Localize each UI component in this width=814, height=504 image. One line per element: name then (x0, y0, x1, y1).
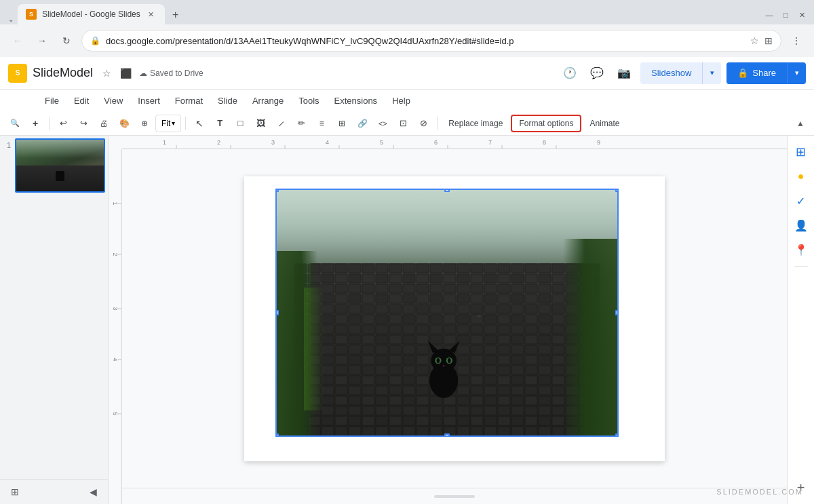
share-button[interactable]: 🔒 Share (726, 62, 787, 84)
saved-status: ☁ Saved to Drive (139, 69, 204, 78)
screen: ⌄ S SlideModel - Google Slides ✕ + — □ ✕… (0, 0, 814, 504)
tab-bar-right: — □ ✕ (762, 8, 809, 24)
canvas-area: 1 2 3 4 5 6 7 (109, 136, 787, 504)
logo-letter: S (16, 69, 20, 77)
grid-view-button[interactable]: ⊞ (5, 482, 24, 501)
undo-button[interactable]: ↩ (54, 114, 73, 133)
browser-more-button[interactable]: ⋮ (787, 31, 806, 50)
mask-tool[interactable]: ⊘ (414, 114, 433, 133)
forward-button[interactable]: → (33, 31, 52, 50)
svg-text:8: 8 (543, 139, 546, 146)
replace-image-button[interactable]: Replace image (442, 115, 509, 132)
image-tool[interactable]: 🖼 (251, 114, 270, 133)
share-dropdown-button[interactable]: ▾ (787, 62, 806, 84)
animate-button[interactable]: Animate (583, 115, 626, 132)
slideshow-button[interactable]: Slideshow (640, 62, 702, 84)
redo-button[interactable]: ↪ (74, 114, 93, 133)
new-tab-button[interactable]: + (166, 5, 185, 24)
maps-icon[interactable]: 📍 (790, 239, 812, 260)
zoom-plus-button[interactable]: + (26, 114, 45, 133)
keep-icon[interactable]: ● (790, 166, 812, 187)
image-selection[interactable] (275, 189, 619, 437)
url-bar[interactable]: 🔒 docs.google.com/presentation/d/13AAei1… (81, 30, 781, 52)
shape-tool[interactable]: □ (231, 114, 250, 133)
handle-br[interactable] (615, 433, 617, 435)
handle-bc[interactable] (444, 433, 450, 435)
menu-edit[interactable]: Edit (67, 92, 96, 109)
ruler-corner (109, 136, 122, 149)
tab-title: SlideModel - Google Slides (42, 9, 140, 19)
slideshow-dropdown-button[interactable]: ▾ (702, 62, 721, 84)
zoom-button[interactable]: ⊕ (135, 114, 154, 133)
handle-tr[interactable] (615, 190, 617, 192)
slide-1-thumbnail[interactable] (15, 138, 105, 193)
ruler-h-svg: 1 2 3 4 5 6 7 (122, 136, 787, 149)
window-close-button[interactable]: ✕ (795, 8, 809, 22)
menu-view[interactable]: View (97, 92, 130, 109)
slide-1-number: 1 (3, 138, 11, 193)
menu-extensions[interactable]: Extensions (328, 92, 385, 109)
back-button[interactable]: ← (8, 31, 27, 50)
tab-close-button[interactable]: ✕ (146, 9, 157, 20)
crop-tool[interactable]: ⊡ (393, 114, 412, 133)
text-tool[interactable]: T (210, 114, 229, 133)
paintformat-button[interactable]: 🎨 (115, 114, 134, 133)
contacts-icon[interactable]: 👤 (790, 214, 812, 236)
svg-text:3: 3 (271, 139, 275, 146)
handle-mr[interactable] (615, 310, 617, 315)
app-topbar: S SlideModel ☆ ⬛ ☁ Saved to Drive 🕐 💬 📷 … (0, 57, 814, 90)
menu-arrange[interactable]: Arrange (246, 92, 290, 109)
menu-format[interactable]: Format (168, 92, 210, 109)
reload-button[interactable]: ↻ (57, 31, 76, 50)
pencil-tool[interactable]: ✏ (292, 114, 311, 133)
zoom-selector[interactable]: Fit ▾ (155, 115, 181, 132)
print-button[interactable]: 🖨 (94, 114, 113, 133)
scroll-indicator (434, 495, 475, 498)
embed-tool[interactable]: <> (373, 114, 392, 133)
link-tool[interactable]: 🔗 (353, 114, 372, 133)
zoom-dropdown-icon: ▾ (172, 119, 175, 127)
panel-collapse-button[interactable]: ◀ (83, 482, 102, 501)
format-options-button[interactable]: Format options (511, 115, 581, 132)
bookmark-icon: ☆ (750, 35, 759, 46)
handle-tl[interactable] (277, 190, 279, 192)
tab-favicon: S (26, 9, 37, 20)
history-button[interactable]: 🕐 (559, 62, 581, 84)
handle-ml[interactable] (277, 310, 279, 315)
handle-bl[interactable] (277, 433, 279, 435)
menu-help[interactable]: Help (385, 92, 417, 109)
active-tab[interactable]: S SlideModel - Google Slides ✕ (18, 4, 165, 24)
svg-text:2: 2 (217, 139, 220, 146)
menu-tools[interactable]: Tools (292, 92, 326, 109)
slide-1-wrapper[interactable]: 1 (0, 136, 108, 195)
slides-panel-footer: ⊞ ◀ (0, 479, 108, 504)
watermark: SLIDEMODEL.COM (716, 488, 803, 496)
menu-slide[interactable]: Slide (211, 92, 244, 109)
camera-button[interactable]: 📷 (613, 62, 635, 84)
handle-tc[interactable] (444, 190, 450, 192)
comments-button[interactable]: 💬 (586, 62, 608, 84)
zoom-fit-button[interactable]: 🔍 (5, 114, 24, 133)
app-area: S SlideModel ☆ ⬛ ☁ Saved to Drive 🕐 💬 📷 … (0, 57, 814, 504)
drive-save-button[interactable]: ⬛ (117, 65, 134, 81)
star-button[interactable]: ☆ (98, 65, 115, 81)
window-maximize-button[interactable]: □ (779, 8, 792, 22)
slide-page[interactable] (244, 176, 665, 461)
tasks-icon[interactable]: ✓ (790, 190, 812, 212)
toolbar-collapse-button[interactable]: ▲ (792, 115, 809, 132)
menu-insert[interactable]: Insert (131, 92, 167, 109)
right-sidebar: ⊞ ● ✓ 👤 📍 + (787, 136, 814, 504)
cursor-tool[interactable]: ↖ (190, 114, 209, 133)
share-label: Share (752, 68, 776, 78)
svg-text:1: 1 (112, 201, 119, 205)
line-tool[interactable]: ─ (268, 111, 295, 136)
tab-stack-button[interactable]: ⌄ (5, 14, 16, 24)
table-tool[interactable]: ⊞ (332, 114, 351, 133)
favicon-letter: S (29, 11, 33, 18)
tab-bar: ⌄ S SlideModel - Google Slides ✕ + — □ ✕ (0, 0, 814, 24)
app-title-icons: ☆ ⬛ (98, 65, 134, 81)
google-slides-icon[interactable]: ⊞ (790, 141, 812, 163)
align-tool[interactable]: ≡ (312, 114, 331, 133)
menu-file[interactable]: File (38, 92, 66, 109)
window-minimize-button[interactable]: — (762, 8, 776, 22)
